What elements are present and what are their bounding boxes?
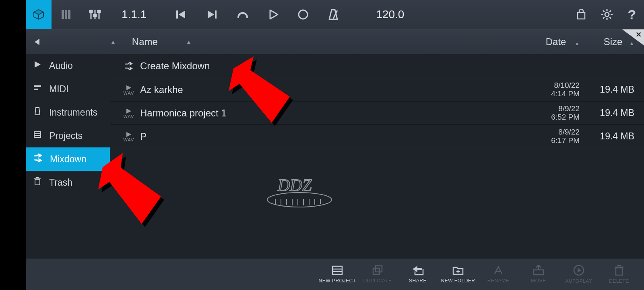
file-row[interactable]: ▶WAV P 8/9/226:17 PM 19.4 MB bbox=[110, 125, 644, 148]
svg-rect-5 bbox=[68, 10, 70, 19]
svg-rect-30 bbox=[34, 85, 41, 87]
metronome-button[interactable] bbox=[327, 0, 340, 29]
share-button[interactable]: SHARE bbox=[398, 259, 438, 290]
file-row[interactable]: ▶WAV Az karkhe 8/10/224:14 PM 19.4 MB bbox=[110, 78, 644, 102]
svg-marker-64 bbox=[578, 268, 581, 273]
new-project-button[interactable]: NEW PROJECT bbox=[317, 259, 357, 290]
sidebar-item-projects[interactable]: Projects bbox=[26, 124, 110, 147]
sidebar-item-label: Audio bbox=[49, 60, 73, 71]
svg-rect-37 bbox=[35, 179, 40, 185]
record-icon bbox=[297, 8, 309, 21]
svg-marker-41 bbox=[130, 66, 133, 70]
watermark: DDZ bbox=[263, 175, 336, 213]
svg-rect-7 bbox=[90, 10, 92, 12]
share-icon bbox=[412, 265, 424, 276]
svg-marker-29 bbox=[35, 61, 41, 68]
svg-rect-9 bbox=[94, 14, 96, 17]
svg-marker-58 bbox=[413, 266, 422, 272]
metronome-icon bbox=[327, 8, 340, 21]
button-label: SHARE bbox=[409, 278, 427, 284]
wav-file-icon: ▶WAV bbox=[118, 108, 140, 119]
sidebar-item-mixdown[interactable]: Mixdown bbox=[26, 147, 110, 171]
sidebar-item-trash[interactable]: Trash bbox=[26, 171, 110, 194]
column-date[interactable]: Date ▲ bbox=[523, 36, 589, 48]
play-button[interactable] bbox=[267, 0, 279, 29]
svg-rect-12 bbox=[176, 10, 178, 19]
file-name: Az karkhe bbox=[140, 84, 523, 95]
trash-icon bbox=[33, 177, 42, 188]
svg-rect-65 bbox=[616, 268, 622, 275]
skip-start-icon bbox=[175, 8, 188, 21]
file-list: Create Mixdown ▶WAV Az karkhe 8/10/224:1… bbox=[110, 54, 644, 259]
instr-icon bbox=[33, 107, 42, 118]
svg-point-19 bbox=[605, 12, 609, 17]
button-label: NEW FOLDER bbox=[441, 278, 475, 284]
cube-icon bbox=[33, 8, 45, 21]
piano-button[interactable] bbox=[52, 0, 80, 29]
svg-rect-57 bbox=[376, 266, 382, 272]
forward-end-button[interactable] bbox=[205, 0, 218, 29]
move-icon bbox=[533, 265, 545, 276]
button-label: DELETE bbox=[609, 278, 629, 284]
wav-file-icon: ▶WAV bbox=[118, 131, 140, 142]
button-label: MOVE bbox=[531, 278, 546, 284]
sidebar-item-label: Mixdown bbox=[50, 154, 87, 165]
svg-line-26 bbox=[610, 10, 611, 12]
sidebar-item-instruments[interactable]: Instruments bbox=[26, 101, 110, 124]
file-name: P bbox=[140, 131, 523, 142]
delete-button: DELETE bbox=[599, 259, 639, 290]
back-button[interactable] bbox=[33, 37, 42, 46]
column-date-label: Date bbox=[546, 36, 566, 47]
file-size: 19.4 MB bbox=[589, 131, 644, 142]
sliders-icon bbox=[88, 7, 102, 22]
new-folder-button[interactable]: NEW FOLDER bbox=[438, 259, 478, 290]
file-row[interactable]: ▶WAV Harmonica project 1 8/9/226:52 PM 1… bbox=[110, 102, 644, 125]
play-icon bbox=[33, 60, 42, 71]
svg-text:DDZ: DDZ bbox=[277, 176, 312, 195]
sidebar: AudioMIDIInstrumentsProjectsMixdownTrash bbox=[26, 54, 110, 259]
rewind-start-button[interactable] bbox=[175, 0, 188, 29]
shop-icon bbox=[575, 8, 587, 21]
loop-button[interactable] bbox=[236, 0, 250, 29]
file-date: 8/9/226:17 PM bbox=[523, 128, 589, 145]
svg-line-24 bbox=[603, 10, 605, 12]
home-button[interactable] bbox=[26, 0, 52, 29]
close-panel-button[interactable]: ✕ bbox=[618, 29, 644, 46]
close-icon: ✕ bbox=[636, 30, 642, 39]
settings-button[interactable] bbox=[594, 0, 620, 29]
sidebar-item-label: Instruments bbox=[49, 107, 97, 118]
sidebar-item-audio[interactable]: Audio bbox=[26, 54, 110, 77]
svg-marker-40 bbox=[130, 62, 133, 66]
svg-rect-53 bbox=[332, 266, 342, 274]
newproj-icon bbox=[331, 265, 343, 276]
sidebar-item-label: Trash bbox=[49, 177, 72, 188]
skip-end-icon bbox=[205, 8, 218, 21]
mixdown-icon bbox=[118, 62, 140, 70]
svg-marker-28 bbox=[35, 39, 39, 45]
create-mixdown-label: Create Mixdown bbox=[140, 60, 523, 72]
svg-line-25 bbox=[610, 17, 611, 19]
help-icon: ? bbox=[628, 7, 636, 23]
sidebar-item-midi[interactable]: MIDI bbox=[26, 77, 110, 101]
file-date: 8/9/226:52 PM bbox=[523, 105, 589, 122]
button-label: AUTOPLAY bbox=[566, 278, 592, 284]
create-mixdown-row[interactable]: Create Mixdown bbox=[110, 54, 644, 78]
rename-icon bbox=[493, 265, 504, 276]
column-name[interactable]: ▲ Name ▲ bbox=[110, 36, 523, 48]
column-name-label: Name bbox=[132, 36, 158, 48]
mixer-button[interactable] bbox=[80, 0, 109, 29]
svg-rect-31 bbox=[34, 89, 38, 90]
help-button[interactable]: ? bbox=[620, 0, 644, 29]
play-icon bbox=[267, 8, 279, 21]
midi-icon bbox=[33, 83, 42, 95]
svg-point-43 bbox=[267, 193, 332, 207]
transport-position[interactable]: 1.1.1 bbox=[109, 8, 159, 21]
gear-icon bbox=[601, 8, 613, 21]
svg-rect-3 bbox=[62, 10, 64, 19]
tempo-display[interactable]: 120.0 bbox=[364, 8, 416, 21]
file-name: Harmonica project 1 bbox=[140, 108, 523, 119]
mix-icon bbox=[33, 153, 43, 165]
record-button[interactable] bbox=[297, 0, 309, 29]
loop-icon bbox=[236, 8, 250, 21]
shop-button[interactable] bbox=[568, 0, 594, 29]
